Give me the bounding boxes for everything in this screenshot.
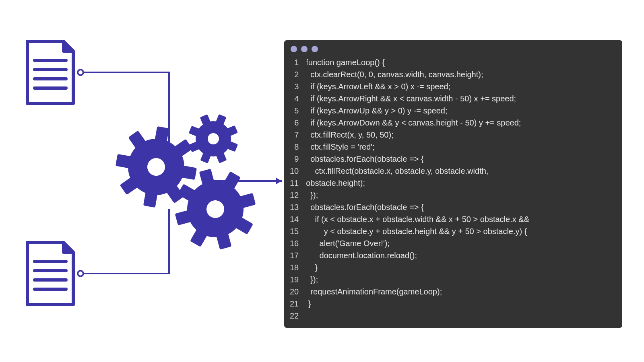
window-dot-icon <box>312 46 318 52</box>
window-dot-icon <box>291 46 297 52</box>
window-dot-icon <box>301 46 308 52</box>
line-numbers: 12345678910111213141516171819202122 <box>290 56 306 322</box>
code-area: 12345678910111213141516171819202122 func… <box>284 56 622 328</box>
code-window: 12345678910111213141516171819202122 func… <box>284 40 622 328</box>
code-content: function gameLoop() { ctx.clearRect(0, 0… <box>306 56 617 322</box>
svg-marker-2 <box>276 178 282 184</box>
gears-icon <box>113 105 274 265</box>
svg-point-0 <box>78 70 83 75</box>
window-controls <box>284 40 622 56</box>
svg-point-1 <box>78 271 83 276</box>
document-icon <box>24 239 76 308</box>
process-diagram: 12345678910111213141516171819202122 func… <box>0 0 644 362</box>
document-icon <box>24 38 76 107</box>
